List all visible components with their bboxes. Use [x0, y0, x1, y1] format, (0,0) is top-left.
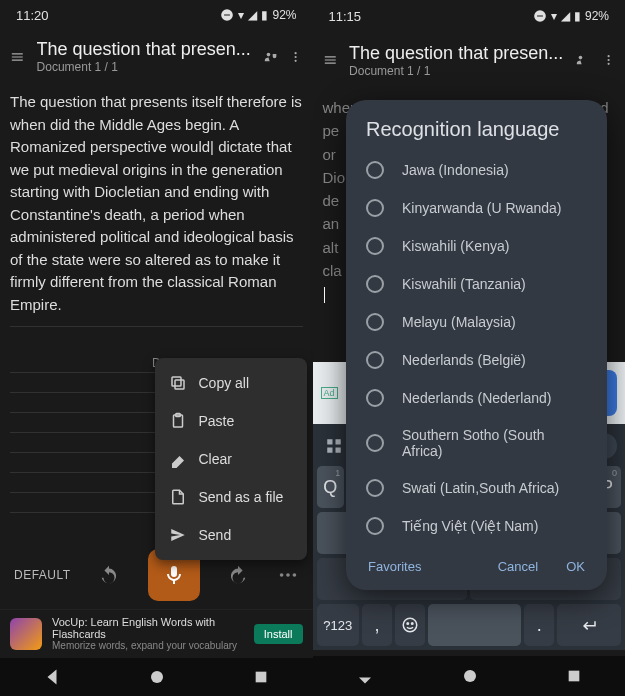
svg-point-0	[266, 53, 270, 57]
profile-label[interactable]: DEFAULT	[14, 568, 71, 582]
home-icon[interactable]	[461, 667, 479, 685]
language-option[interactable]: Southern Sotho (South Africa)	[346, 417, 607, 469]
wifi-icon: ▾	[551, 9, 557, 23]
svg-point-17	[464, 670, 476, 682]
favorites-button[interactable]: Favorites	[368, 559, 421, 574]
language-option[interactable]: Kiswahili (Kenya)	[346, 227, 607, 265]
language-label: Swati (Latin,South Africa)	[402, 480, 559, 496]
ad-title: VocUp: Learn English Words with Flashcar…	[52, 616, 244, 640]
more-horiz-icon[interactable]	[277, 564, 299, 586]
clear-item[interactable]: Clear	[155, 440, 307, 478]
voice-input-icon[interactable]	[575, 49, 590, 71]
document-title: The question that presen...	[349, 43, 563, 64]
svg-rect-19	[327, 439, 332, 444]
svg-rect-21	[327, 448, 332, 453]
radio-icon	[366, 434, 384, 452]
radio-icon	[366, 161, 384, 179]
ad-text: VocUp: Learn English Words with Flashcar…	[52, 616, 244, 651]
wifi-icon: ▾	[238, 8, 244, 22]
language-label: Melayu (Malaysia)	[402, 314, 516, 330]
key-emoji[interactable]	[395, 604, 425, 646]
clear-icon	[169, 450, 187, 468]
language-option[interactable]: Kinyarwanda (U Rwanda)	[346, 189, 607, 227]
undo-icon[interactable]	[98, 564, 120, 586]
copy-all-label: Copy all	[199, 375, 250, 391]
app-bar: The question that presen... Document 1 /…	[0, 30, 313, 83]
voice-input-icon[interactable]	[263, 46, 278, 68]
radio-icon	[366, 479, 384, 497]
left-screen: 11:20 ▾ ◢ ▮ 92% The question that presen…	[0, 0, 313, 696]
send-label: Send	[199, 527, 232, 543]
status-bar: 11:20 ▾ ◢ ▮ 92%	[0, 0, 313, 30]
language-option[interactable]: Nederlands (België)	[346, 341, 607, 379]
radio-icon	[366, 517, 384, 535]
language-label: Tiếng Việt (Việt Nam)	[402, 518, 538, 534]
ok-button[interactable]: OK	[566, 559, 585, 574]
language-option[interactable]: Jawa (Indonesia)	[346, 151, 607, 189]
language-label: Southern Sotho (South Africa)	[402, 427, 587, 459]
dialog-option-list[interactable]: Jawa (Indonesia)Kinyarwanda (U Rwanda)Ki…	[346, 151, 607, 549]
language-option[interactable]: Nederlands (Nederland)	[346, 379, 607, 417]
signal-icon: ◢	[248, 8, 257, 22]
send-icon	[169, 526, 187, 544]
radio-icon	[366, 313, 384, 331]
send-file-item[interactable]: Send as a file	[155, 478, 307, 516]
context-menu: Copy all Paste Clear Send as a file Send	[155, 358, 307, 560]
key-q[interactable]: Q1	[317, 466, 345, 508]
svg-rect-4	[175, 380, 184, 389]
language-label: Nederlands (België)	[402, 352, 526, 368]
svg-point-1	[295, 52, 297, 54]
text-cursor	[323, 285, 325, 302]
recents-icon[interactable]	[253, 669, 269, 685]
status-time: 11:20	[16, 8, 49, 23]
language-option[interactable]: Kiswahili (Tanzania)	[346, 265, 607, 303]
title-block: The question that presen... Document 1 /…	[37, 39, 251, 74]
install-button[interactable]: Install	[254, 624, 303, 644]
ad-badge: Ad	[321, 387, 338, 399]
svg-point-16	[607, 63, 609, 65]
ad-banner[interactable]: VocUp: Learn English Words with Flashcar…	[0, 609, 313, 658]
key-comma[interactable]: ,	[362, 604, 392, 646]
signal-icon: ◢	[561, 9, 570, 23]
back-icon[interactable]	[43, 668, 61, 686]
cancel-button[interactable]: Cancel	[498, 559, 538, 574]
key-period[interactable]: .	[524, 604, 554, 646]
svg-point-9	[286, 573, 290, 577]
paste-label: Paste	[199, 413, 235, 429]
nav-bar	[0, 658, 313, 696]
status-bar: 11:15 ▾ ◢ ▮ 92%	[313, 0, 626, 32]
key-space[interactable]	[428, 604, 522, 646]
paste-item[interactable]: Paste	[155, 402, 307, 440]
mic-icon	[162, 563, 186, 587]
more-icon[interactable]	[289, 47, 302, 67]
document-counter: Document 1 / 1	[349, 64, 563, 78]
battery-icon: ▮	[261, 8, 268, 22]
send-item[interactable]: Send	[155, 516, 307, 554]
nav-bar	[313, 656, 626, 696]
recents-icon[interactable]	[566, 668, 582, 684]
body-text[interactable]: The question that presents itself theref…	[10, 93, 302, 313]
svg-point-27	[407, 623, 409, 625]
key-enter[interactable]	[557, 604, 621, 646]
language-option[interactable]: Tiếng Việt (Việt Nam)	[346, 507, 607, 545]
svg-point-13	[579, 56, 583, 60]
svg-point-14	[607, 55, 609, 57]
key-symbols[interactable]: ?123	[317, 604, 360, 646]
dnd-icon	[533, 9, 547, 23]
copy-all-item[interactable]: Copy all	[155, 364, 307, 402]
more-icon[interactable]	[602, 50, 615, 70]
ad-app-icon	[10, 618, 42, 650]
home-icon[interactable]	[148, 668, 166, 686]
language-option[interactable]: Swati (Latin,South Africa)	[346, 469, 607, 507]
grid-icon[interactable]	[321, 433, 347, 459]
language-label: Nederlands (Nederland)	[402, 390, 551, 406]
redo-icon[interactable]	[227, 564, 249, 586]
menu-icon[interactable]	[323, 49, 338, 71]
keyboard-hide-icon[interactable]	[356, 667, 374, 685]
language-option[interactable]: Melayu (Malaysia)	[346, 303, 607, 341]
menu-icon[interactable]	[10, 46, 25, 68]
title-block: The question that presen... Document 1 /…	[349, 43, 563, 78]
clear-label: Clear	[199, 451, 232, 467]
svg-point-15	[607, 59, 609, 61]
app-bar: The question that presen... Document 1 /…	[313, 32, 626, 88]
